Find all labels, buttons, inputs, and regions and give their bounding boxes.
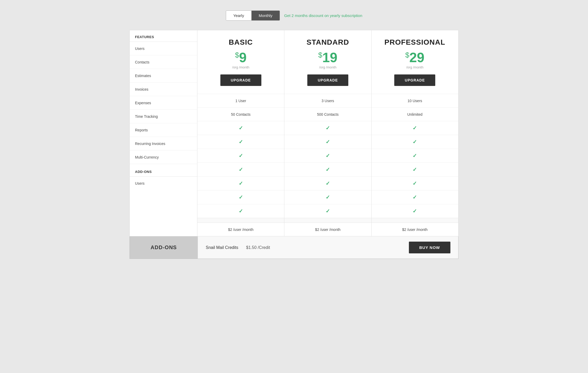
standard-time-tracking-cell: ✓ xyxy=(284,162,371,176)
feature-expenses: Expenses xyxy=(130,96,197,110)
yearly-toggle-btn[interactable]: Yearly xyxy=(226,11,251,20)
professional-header: PROFESSIONAL $29 /org /month UPGRADE xyxy=(372,30,458,94)
feature-contacts: Contacts xyxy=(130,55,197,69)
professional-invoices-cell: ✓ xyxy=(372,135,458,149)
basic-upgrade-button[interactable]: UPGRADE xyxy=(220,74,261,86)
standard-reports-cell: ✓ xyxy=(284,176,371,190)
feature-reports: Reports xyxy=(130,123,197,137)
addons-bar-info: Snail Mail Credits $1.50 /Credit xyxy=(206,245,270,250)
addons-bar: ADD-ONS Snail Mail Credits $1.50 /Credit… xyxy=(130,236,458,259)
professional-reports-cell: ✓ xyxy=(372,176,458,190)
plan-professional: PROFESSIONAL $29 /org /month UPGRADE 10 … xyxy=(372,30,458,236)
standard-invoices-cell: ✓ xyxy=(284,135,371,149)
standard-estimates-cell: ✓ xyxy=(284,121,371,135)
professional-addon-users-cell: $2 /user /month xyxy=(372,223,458,236)
professional-plan-name: PROFESSIONAL xyxy=(377,38,453,46)
monthly-toggle-btn[interactable]: Monthly xyxy=(251,11,280,20)
basic-time-tracking-cell: ✓ xyxy=(197,162,284,176)
standard-period: /org /month xyxy=(319,65,337,69)
standard-price: $19 xyxy=(318,51,337,64)
standard-currency-cell: ✓ xyxy=(284,204,371,218)
basic-users-cell: 1 User xyxy=(197,94,284,107)
basic-spacer xyxy=(197,218,284,223)
feature-estimates: Estimates xyxy=(130,69,197,83)
basic-header: BASIC $9 /org /month UPGRADE xyxy=(197,30,284,94)
addon-item-price: $1.50 /Credit xyxy=(246,245,270,250)
feature-recurring-invoices: Recurring Invoices xyxy=(130,137,197,150)
plan-basic: BASIC $9 /org /month UPGRADE 1 User 50 C… xyxy=(197,30,284,236)
standard-body: 3 Users 500 Contacts ✓ ✓ ✓ ✓ ✓ ✓ ✓ $2 /u… xyxy=(284,94,371,236)
addons-bar-label: ADD-ONS xyxy=(130,239,198,256)
addons-bar-content: Snail Mail Credits $1.50 /Credit BUY NOW xyxy=(198,236,458,259)
addon-item-name: Snail Mail Credits xyxy=(206,245,238,250)
standard-contacts-cell: 500 Contacts xyxy=(284,107,371,121)
professional-price: $29 xyxy=(405,51,424,64)
toggle-bar: Yearly Monthly Get 2 months discount on … xyxy=(226,10,362,21)
buy-now-button[interactable]: BUY NOW xyxy=(409,242,450,253)
basic-period: /org /month xyxy=(232,65,249,69)
professional-time-tracking-cell: ✓ xyxy=(372,162,458,176)
standard-plan-name: STANDARD xyxy=(290,38,366,46)
basic-reports-cell: ✓ xyxy=(197,176,284,190)
plan-standard: STANDARD $19 /org /month UPGRADE 3 Users… xyxy=(284,30,371,236)
feature-invoices: Invoices xyxy=(130,83,197,96)
standard-users-cell: 3 Users xyxy=(284,94,371,107)
basic-expenses-cell: ✓ xyxy=(197,149,284,162)
feature-users: Users xyxy=(130,42,197,55)
features-header: FEATURES xyxy=(130,30,197,42)
feature-multi-currency: Multi-Currency xyxy=(130,150,197,164)
professional-estimates-cell: ✓ xyxy=(372,121,458,135)
basic-price: $9 xyxy=(235,51,247,64)
professional-expenses-cell: ✓ xyxy=(372,149,458,162)
basic-contacts-cell: 50 Contacts xyxy=(197,107,284,121)
professional-price-block: $29 /org /month xyxy=(377,51,453,69)
standard-upgrade-button[interactable]: UPGRADE xyxy=(307,74,348,86)
standard-price-block: $19 /org /month xyxy=(290,51,366,69)
professional-recurring-cell: ✓ xyxy=(372,190,458,204)
addon-users: Users xyxy=(130,177,197,190)
standard-header: STANDARD $19 /org /month UPGRADE xyxy=(284,30,371,94)
standard-expenses-cell: ✓ xyxy=(284,149,371,162)
professional-body: 10 Users Unlimited ✓ ✓ ✓ ✓ ✓ ✓ ✓ $2 /use… xyxy=(372,94,458,236)
basic-price-block: $9 /org /month xyxy=(203,51,279,69)
addons-header: ADD-ONS xyxy=(130,164,197,177)
standard-recurring-cell: ✓ xyxy=(284,190,371,204)
pricing-table: FEATURES Users Contacts Estimates Invoic… xyxy=(130,30,458,236)
professional-users-cell: 10 Users xyxy=(372,94,458,107)
basic-addon-users-cell: $2 /user /month xyxy=(197,223,284,236)
professional-contacts-cell: Unlimited xyxy=(372,107,458,121)
professional-period: /org /month xyxy=(406,65,424,69)
standard-addon-users-cell: $2 /user /month xyxy=(284,223,371,236)
basic-currency-cell: ✓ xyxy=(197,204,284,218)
professional-upgrade-button[interactable]: UPGRADE xyxy=(394,74,435,86)
basic-invoices-cell: ✓ xyxy=(197,135,284,149)
basic-recurring-cell: ✓ xyxy=(197,190,284,204)
billing-toggle: Yearly Monthly xyxy=(226,10,280,21)
feature-time-tracking: Time Tracking xyxy=(130,110,197,123)
standard-spacer xyxy=(284,218,371,223)
basic-plan-name: BASIC xyxy=(203,38,279,46)
professional-spacer xyxy=(372,218,458,223)
professional-currency-cell: ✓ xyxy=(372,204,458,218)
features-column: FEATURES Users Contacts Estimates Invoic… xyxy=(130,30,197,236)
basic-estimates-cell: ✓ xyxy=(197,121,284,135)
discount-text: Get 2 months discount on yearly subscrip… xyxy=(284,13,362,18)
basic-body: 1 User 50 Contacts ✓ ✓ ✓ ✓ ✓ ✓ ✓ $2 /use… xyxy=(197,94,284,236)
